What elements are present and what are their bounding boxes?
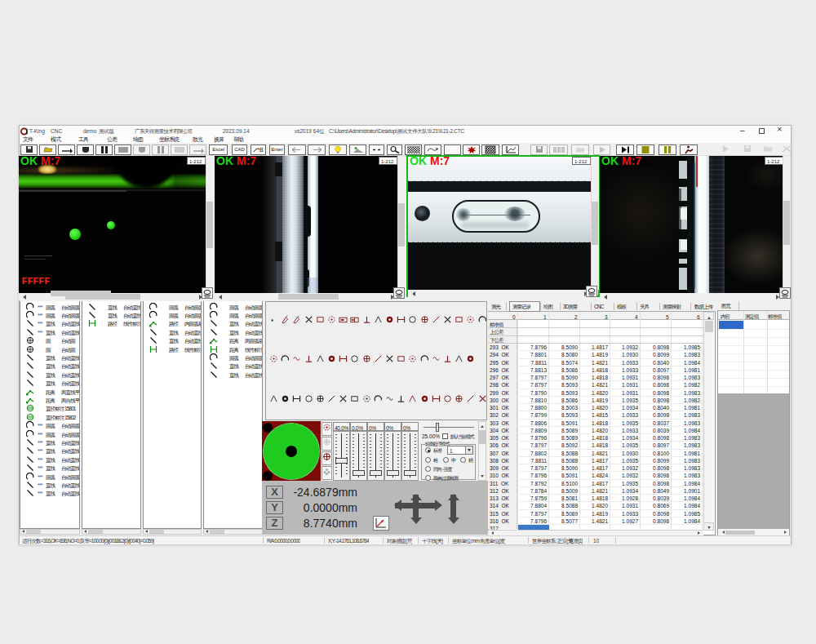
svg-text:B: B (259, 147, 264, 153)
